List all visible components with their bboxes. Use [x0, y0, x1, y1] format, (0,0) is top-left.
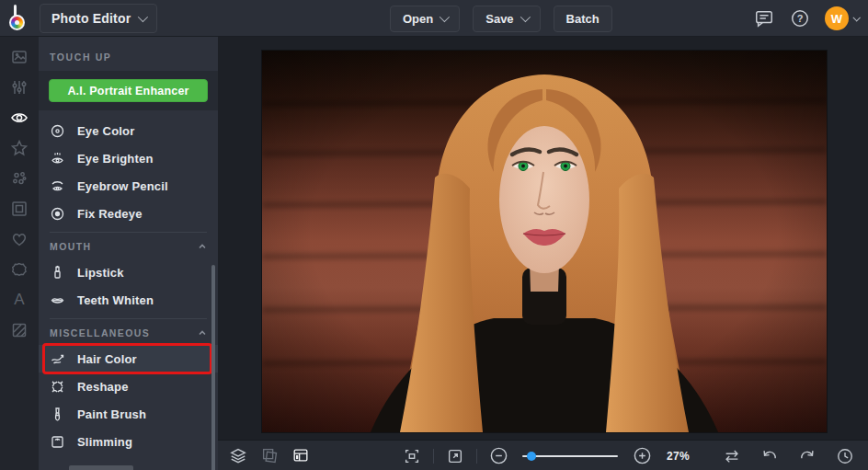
- panel-layout-icon[interactable]: [289, 443, 313, 467]
- avatar: W: [825, 6, 849, 30]
- undo-icon[interactable]: [758, 444, 782, 468]
- rail-edit-icon[interactable]: [10, 48, 29, 66]
- bottom-toolbar-right: [720, 441, 857, 470]
- tool-teeth-whiten[interactable]: Teeth Whiten: [39, 286, 218, 314]
- tool-label: Eye Brighten: [77, 152, 154, 166]
- chevron-up-icon: [198, 328, 207, 338]
- rail-artsy-icon[interactable]: [10, 169, 29, 188]
- tool-rail: A: [0, 37, 39, 470]
- tool-list: Eye Color Eye Brighten Eyebrow Pencil Fi…: [39, 110, 218, 455]
- chevron-down-icon: [520, 12, 530, 22]
- rail-overlays-icon[interactable]: [10, 230, 29, 248]
- logo-hub: [15, 20, 19, 25]
- rail-frames-icon[interactable]: [10, 200, 29, 218]
- save-label: Save: [485, 12, 513, 26]
- separator: [476, 449, 477, 464]
- zoom-percentage: 27%: [667, 450, 690, 463]
- rail-graphics-icon[interactable]: [10, 260, 29, 279]
- topbar-right: ? W: [753, 0, 859, 37]
- topbar-actions: Open Save Batch: [390, 0, 612, 37]
- tool-paint-brush[interactable]: Paint Brush: [39, 400, 218, 428]
- tool-label: Fix Redeye: [77, 207, 143, 221]
- zoom-slider-knob[interactable]: [527, 452, 536, 461]
- fullscreen-popout-icon[interactable]: [443, 444, 467, 468]
- panel-title: TOUCH UP: [39, 37, 218, 71]
- chevron-down-icon: [852, 14, 860, 21]
- main-area: A TOUCH UP A.I. Portrait Enhancer Eye Co…: [0, 37, 868, 470]
- tool-label: Eye Color: [77, 124, 134, 138]
- chevron-down-icon: [440, 12, 450, 22]
- help-question-mark: ?: [797, 13, 804, 24]
- touchup-panel: TOUCH UP A.I. Portrait Enhancer Eye Colo…: [39, 37, 218, 470]
- tool-label: Eyebrow Pencil: [77, 179, 168, 193]
- canvas-area[interactable]: 27%: [218, 37, 868, 470]
- zoom-out-button[interactable]: [486, 444, 510, 468]
- topbar: Photo Editor Open Save Batch: [0, 0, 868, 37]
- rail-text-icon[interactable]: A: [10, 291, 29, 309]
- enhancer-container: A.I. Portrait Enhancer: [39, 71, 218, 110]
- zoom-slider[interactable]: [522, 455, 618, 457]
- batch-button[interactable]: Batch: [554, 6, 612, 32]
- zoom-in-button[interactable]: [630, 444, 654, 468]
- tool-eyebrow-pencil[interactable]: Eyebrow Pencil: [39, 172, 218, 200]
- tool-slimming[interactable]: Slimming: [39, 428, 218, 455]
- help-icon[interactable]: ?: [789, 7, 811, 29]
- bottom-toolbar: 27%: [218, 440, 868, 470]
- separator: [433, 449, 434, 464]
- open-button[interactable]: Open: [390, 6, 460, 32]
- zoom-controls: 27%: [400, 441, 690, 470]
- rail-effects-icon[interactable]: [10, 139, 29, 157]
- group-header-label: MISCELLANEOUS: [50, 327, 150, 338]
- tool-label: Hair Color: [77, 352, 137, 366]
- chevron-up-icon: [198, 242, 207, 251]
- group-header-mouth[interactable]: MOUTH: [39, 235, 218, 258]
- batch-label: Batch: [566, 12, 600, 26]
- divider: [50, 318, 207, 319]
- fit-to-screen-icon[interactable]: [400, 444, 424, 468]
- tool-lipstick[interactable]: Lipstick: [39, 258, 218, 286]
- tool-hair-color[interactable]: Hair Color: [39, 345, 218, 373]
- tool-reshape[interactable]: Reshape: [39, 373, 218, 400]
- open-label: Open: [403, 12, 433, 26]
- tool-eye-color[interactable]: Eye Color: [39, 117, 218, 144]
- chevron-down-icon: [138, 11, 148, 21]
- app-menu-dropdown[interactable]: Photo Editor: [40, 4, 157, 33]
- divider: [50, 232, 207, 233]
- layers-icon[interactable]: [226, 443, 250, 467]
- history-icon[interactable]: [833, 444, 857, 468]
- cut-off-list-item: [69, 465, 133, 470]
- app-menu-label: Photo Editor: [51, 11, 131, 26]
- rail-adjust-icon[interactable]: [10, 78, 29, 97]
- rail-textures-icon[interactable]: [10, 321, 29, 339]
- tool-label: Teeth Whiten: [77, 293, 154, 307]
- feedback-chat-icon[interactable]: [753, 7, 775, 29]
- tool-fix-redeye[interactable]: Fix Redeye: [39, 200, 218, 227]
- save-button[interactable]: Save: [473, 6, 540, 32]
- rail-touchup-icon[interactable]: [10, 109, 29, 127]
- befunky-logo-icon[interactable]: [8, 5, 32, 32]
- group-header-label: MOUTH: [50, 241, 92, 252]
- ai-portrait-enhancer-button[interactable]: A.I. Portrait Enhancer: [49, 79, 208, 102]
- bottom-toolbar-left: [226, 443, 313, 467]
- photo-editor-app: Photo Editor Open Save Batch: [0, 0, 868, 470]
- portrait-photo: [262, 51, 827, 432]
- account-menu[interactable]: W: [825, 6, 859, 30]
- tool-eye-brighten[interactable]: Eye Brighten: [39, 144, 218, 172]
- tool-label: Paint Brush: [77, 407, 146, 421]
- redo-icon[interactable]: [795, 444, 819, 468]
- compare-before-after-icon[interactable]: [720, 444, 744, 468]
- tool-label: Reshape: [77, 380, 129, 394]
- crop-transform-icon[interactable]: [257, 443, 281, 467]
- group-header-miscellaneous[interactable]: MISCELLANEOUS: [39, 321, 218, 345]
- panel-scrollbar[interactable]: [211, 265, 215, 470]
- tool-label: Lipstick: [77, 266, 124, 280]
- tool-label: Slimming: [77, 435, 132, 449]
